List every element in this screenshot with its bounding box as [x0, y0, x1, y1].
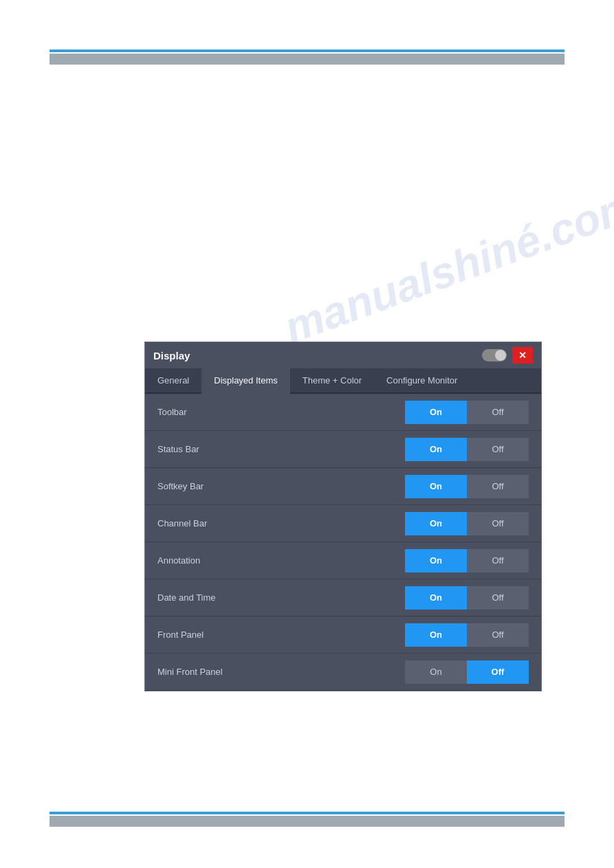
toolbar-off-button[interactable]: Off	[467, 401, 529, 424]
mini-front-panel-off-button[interactable]: Off	[467, 660, 529, 684]
tab-theme-color[interactable]: Theme + Color	[290, 368, 374, 392]
date-and-time-on-button[interactable]: On	[405, 586, 467, 610]
annotation-label: Annotation	[157, 555, 200, 566]
status-bar-row: Status Bar On Off	[145, 431, 541, 468]
front-panel-toggle: On Off	[405, 623, 529, 647]
channel-bar-toggle: On Off	[405, 512, 529, 535]
channel-bar-on-button[interactable]: On	[405, 512, 467, 535]
mini-front-panel-label: Mini Front Panel	[157, 667, 223, 677]
status-bar-off-button[interactable]: Off	[467, 438, 529, 461]
annotation-toggle: On Off	[405, 549, 529, 572]
watermark: manualshiné.com	[278, 179, 614, 353]
front-panel-off-button[interactable]: Off	[467, 623, 529, 647]
front-panel-label: Front Panel	[157, 630, 204, 640]
title-bar-left: Display	[153, 350, 190, 361]
date-and-time-label: Date and Time	[157, 592, 216, 603]
settings-content: Toolbar On Off Status Bar On Off Softkey…	[145, 394, 541, 691]
date-and-time-off-button[interactable]: Off	[467, 586, 529, 610]
top-bars	[50, 49, 564, 65]
softkey-bar-toggle: On Off	[405, 475, 529, 498]
bottom-blue-bar	[50, 812, 564, 814]
toggle-knob	[495, 350, 506, 361]
mini-front-panel-toggle: On Off	[405, 660, 529, 684]
softkey-bar-row: Softkey Bar On Off	[145, 468, 541, 505]
bottom-bars	[50, 812, 564, 827]
softkey-bar-label: Softkey Bar	[157, 481, 204, 491]
mini-front-panel-row: Mini Front Panel On Off	[145, 654, 541, 691]
dialog-title: Display	[153, 350, 190, 361]
annotation-off-button[interactable]: Off	[467, 549, 529, 572]
channel-bar-off-button[interactable]: Off	[467, 512, 529, 535]
top-blue-bar	[50, 49, 564, 52]
display-toggle[interactable]	[482, 349, 507, 361]
tab-general[interactable]: General	[145, 368, 201, 392]
annotation-row: Annotation On Off	[145, 542, 541, 579]
toolbar-toggle: On Off	[405, 401, 529, 424]
bottom-gray-bar	[50, 816, 564, 827]
front-panel-on-button[interactable]: On	[405, 623, 467, 647]
toolbar-row: Toolbar On Off	[145, 394, 541, 431]
channel-bar-label: Channel Bar	[157, 518, 207, 528]
title-bar: Display ✕	[145, 342, 541, 368]
close-button[interactable]: ✕	[512, 347, 533, 364]
status-bar-on-button[interactable]: On	[405, 438, 467, 461]
front-panel-row: Front Panel On Off	[145, 616, 541, 654]
status-bar-label: Status Bar	[157, 444, 199, 454]
softkey-bar-on-button[interactable]: On	[405, 475, 467, 498]
display-dialog: Display ✕ General Displayed Items Theme …	[144, 342, 542, 691]
softkey-bar-off-button[interactable]: Off	[467, 475, 529, 498]
tab-configure-monitor[interactable]: Configure Monitor	[374, 368, 470, 392]
mini-front-panel-on-button[interactable]: On	[405, 660, 467, 684]
tab-bar: General Displayed Items Theme + Color Co…	[145, 368, 541, 394]
date-and-time-row: Date and Time On Off	[145, 579, 541, 616]
toolbar-label: Toolbar	[157, 407, 187, 417]
date-and-time-toggle: On Off	[405, 586, 529, 610]
tab-displayed-items[interactable]: Displayed Items	[201, 368, 289, 394]
status-bar-toggle: On Off	[405, 438, 529, 461]
channel-bar-row: Channel Bar On Off	[145, 505, 541, 542]
toolbar-on-button[interactable]: On	[405, 401, 467, 424]
annotation-on-button[interactable]: On	[405, 549, 467, 572]
top-gray-bar	[50, 54, 564, 65]
